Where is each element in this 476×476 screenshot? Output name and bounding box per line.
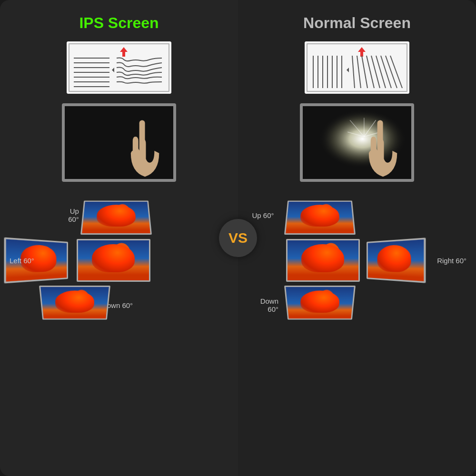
left-panel: IPS Screen: [0, 0, 238, 476]
svg-rect-22: [78, 239, 149, 281]
vs-text: VS: [228, 230, 248, 246]
svg-rect-29: [305, 41, 409, 94]
normal-down-screen: [284, 286, 356, 325]
ips-down-screen: [39, 286, 110, 325]
vs-badge: VS: [219, 219, 257, 257]
normal-crystal-diagram: [305, 41, 409, 94]
svg-point-63: [322, 243, 340, 266]
svg-rect-12: [65, 106, 173, 179]
ips-crystal-diagram: [67, 41, 171, 94]
svg-point-18: [119, 219, 128, 223]
ips-angle-grid: Up 60°: [10, 194, 228, 327]
svg-rect-62: [288, 239, 358, 281]
svg-rect-61: [325, 220, 328, 225]
ips-monitor-wrapper: [62, 103, 176, 182]
svg-rect-15: [82, 201, 150, 234]
normal-up-label: Up 60°: [252, 211, 276, 219]
svg-rect-58: [377, 120, 383, 139]
ips-angle-section: Up 60°: [10, 194, 228, 327]
normal-right-screen: [367, 242, 418, 279]
svg-point-20: [37, 246, 52, 264]
normal-monitor: [300, 103, 414, 182]
ips-left-label: Left 60°: [10, 256, 34, 264]
svg-rect-17: [121, 220, 125, 225]
svg-rect-28: [79, 307, 83, 311]
normal-title: Normal Screen: [303, 14, 411, 32]
normal-down-label: Down 60°: [248, 297, 281, 313]
svg-rect-64: [329, 265, 333, 270]
svg-point-65: [326, 263, 336, 268]
normal-monitor-wrapper: [300, 103, 414, 182]
svg-rect-3: [122, 52, 125, 57]
ips-monitor: [62, 103, 176, 182]
svg-rect-24: [119, 265, 124, 270]
svg-rect-71: [325, 307, 328, 311]
normal-up-screen: [284, 196, 356, 235]
ips-up-label: Up 60°: [68, 207, 81, 223]
svg-rect-69: [286, 287, 354, 319]
svg-rect-14: [139, 120, 145, 139]
ips-title: IPS Screen: [79, 14, 159, 32]
ips-center-screen: [77, 239, 150, 282]
svg-rect-21: [43, 263, 47, 267]
main-container: IPS Screen: [0, 0, 476, 476]
svg-point-67: [391, 246, 406, 263]
normal-angle-section: Up 60°: [248, 194, 466, 327]
svg-rect-51: [303, 106, 411, 179]
svg-point-23: [112, 243, 130, 266]
svg-rect-26: [40, 287, 109, 319]
ips-up-screen: [80, 196, 152, 235]
right-panel: Normal Screen: [238, 0, 476, 476]
normal-angle-grid: Up 60°: [248, 194, 466, 327]
svg-rect-59: [286, 201, 354, 234]
svg-rect-66: [367, 239, 423, 282]
normal-center-screen: [286, 239, 360, 282]
svg-rect-68: [397, 262, 400, 267]
svg-point-25: [116, 263, 126, 268]
normal-right-label: Right 60°: [437, 256, 466, 264]
